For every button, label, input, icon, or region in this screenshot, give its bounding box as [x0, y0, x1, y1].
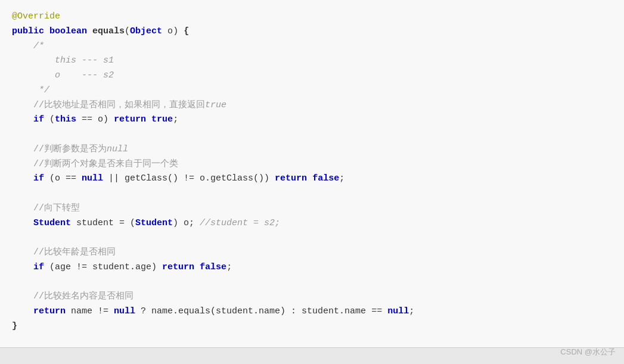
semi-3: ;	[226, 262, 232, 272]
if3-body: (age != student.age)	[44, 262, 162, 272]
semi-2: ;	[339, 173, 344, 183]
eq-1: == o)	[76, 114, 114, 125]
code-line-3: /*	[12, 39, 612, 54]
comment-student: //student = s2;	[200, 218, 280, 228]
watermark-text: CSDN @水公子	[560, 347, 616, 356]
kw-return-1: return	[114, 114, 146, 125]
code-line-10: //判断参数是否为null	[12, 142, 612, 157]
code-line-8: if (this == o) return true;	[12, 113, 612, 127]
code-line-1: @Override	[12, 10, 612, 24]
code-line-5: o --- s2	[12, 69, 612, 83]
space-3	[307, 173, 312, 183]
code-line-15: Student student = (Student) o; //student…	[12, 216, 612, 231]
comment-11: //判断两个对象是否来自于同一个类	[12, 159, 178, 169]
paren-open: (	[125, 26, 130, 36]
cast-o: ) o;	[173, 218, 200, 228]
code-line-16	[12, 231, 612, 245]
semi-4: ;	[409, 306, 414, 316]
kw-null-2: null	[114, 306, 135, 316]
code-line-7: //比较地址是否相同，如果相同，直接返回true	[12, 98, 612, 113]
param-o: o	[162, 26, 173, 36]
or-op: || getClass() != o.getClass())	[103, 173, 275, 183]
kw-public: public	[12, 26, 44, 36]
code-line-17: //比较年龄是否相同	[12, 245, 612, 260]
comment-end: */	[12, 85, 49, 95]
comment-this: this --- s1	[12, 55, 114, 66]
ternary-q: ? name.equals(student.name) : student.na…	[135, 306, 387, 316]
comment-10a: //判断参数是否为	[12, 144, 107, 154]
semi-1: ;	[173, 114, 178, 125]
code-container: @Override public boolean equals(Object o…	[0, 0, 624, 364]
space-4	[194, 262, 200, 272]
type-student-2: Student	[135, 218, 173, 228]
kw-null-3: null	[387, 306, 409, 316]
brace-close: }	[12, 321, 17, 331]
code-line-12: if (o == null || getClass() != o.getClas…	[12, 172, 612, 186]
kw-null-1: null	[82, 173, 103, 183]
comment-17: //比较年龄是否相同	[12, 247, 116, 257]
kw-false-2: false	[200, 262, 226, 272]
comment-null-1: null	[107, 144, 128, 154]
kw-if-2: if	[33, 173, 44, 183]
annotation-override: @Override	[12, 11, 60, 21]
code-line-13	[12, 186, 612, 201]
type-student-1: Student	[33, 218, 71, 228]
kw-return-4: return	[33, 306, 66, 316]
student-var: student = (	[71, 218, 135, 228]
code-line-22: }	[12, 319, 612, 334]
bottom-bar	[0, 347, 624, 364]
comment-14: //向下转型	[12, 203, 80, 213]
code-line-14: //向下转型	[12, 201, 612, 216]
watermark: CSDN @水公子	[560, 346, 616, 358]
code-line-2: public boolean equals(Object o) {	[12, 24, 612, 39]
brace-open: {	[184, 26, 189, 36]
kw-return-2: return	[275, 173, 307, 183]
kw-true-1: true	[151, 114, 173, 125]
comment-start: /*	[12, 41, 44, 51]
paren-close: )	[173, 26, 178, 36]
code-line-11: //判断两个对象是否来自于同一个类	[12, 157, 612, 172]
space-1: (	[44, 114, 55, 125]
kw-return-3: return	[162, 262, 194, 272]
if2-body: (o ==	[44, 173, 82, 183]
code-line-18: if (age != student.age) return false;	[12, 260, 612, 275]
comment-20: //比较姓名内容是否相同	[12, 291, 134, 301]
space-2	[146, 114, 151, 125]
code-line-19	[12, 275, 612, 290]
comment-o: o --- s2	[12, 70, 114, 80]
comment-7: //比较地址是否相同，如果相同，直接返回	[12, 100, 205, 110]
code-line-21: return name != null ? name.equals(studen…	[12, 304, 612, 319]
code-line-6: */	[12, 83, 612, 98]
code-line-9	[12, 127, 612, 142]
code-line-20: //比较姓名内容是否相同	[12, 290, 612, 304]
comment-true-italic: true	[205, 100, 226, 110]
method-equals: equals	[92, 26, 125, 36]
code-line-4: this --- s1	[12, 54, 612, 69]
type-object: Object	[130, 26, 162, 36]
kw-boolean: boolean	[49, 26, 87, 36]
kw-if-3: if	[33, 262, 44, 272]
name-check: name !=	[66, 306, 114, 316]
kw-if-1: if	[33, 114, 44, 125]
kw-this-1: this	[55, 114, 76, 125]
kw-false-1: false	[312, 173, 339, 183]
